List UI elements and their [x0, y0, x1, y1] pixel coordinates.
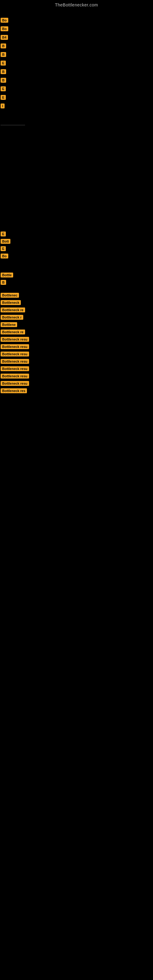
badge-bottleneck-resu-6: Bottleneck resu [1, 374, 29, 379]
badge-b4: B4 [1, 35, 8, 40]
chart-area: Bo Bo B4 B B E B B E E I [0, 9, 153, 223]
badge-bo-bottom: Bo [1, 254, 8, 258]
badge-bottlene: Bottlene [1, 322, 17, 327]
badge-bottleneck-resu-1: Bottleneck resu [1, 337, 29, 342]
badge-e-3: E [1, 95, 6, 100]
badge-b-3: B [1, 69, 6, 74]
badge-bottleneck-resu-5: Bottleneck resu [1, 366, 29, 371]
badge-bottleneck-r: Bottleneck r [1, 315, 23, 320]
badge-bottleneck-resu-2: Bottleneck resu [1, 344, 29, 349]
badge-bottlenec: Bottlenec [1, 293, 19, 298]
badge-e-1: E [1, 60, 6, 65]
badge-bottleneck: Bottleneck [1, 300, 21, 305]
badge-bo-2: Bo [1, 26, 8, 31]
badge-bott: Bott [1, 239, 10, 244]
spacer-1 [0, 261, 153, 270]
chart-line [1, 125, 25, 125]
badge-b-1: B [1, 43, 6, 48]
badge-bottleneck-resu-7: Bottleneck resu [1, 381, 29, 386]
badge-b-bottom: B [1, 280, 6, 285]
badge-i: I [1, 103, 5, 108]
badge-e-2: E [1, 86, 6, 91]
badge-bottleneck-res: Bottleneck res [1, 388, 27, 393]
page-container: TheBottlenecker.com Bo Bo B4 B B E B B E… [0, 0, 153, 980]
badge-b-4: B [1, 78, 6, 83]
badge-e-2-bottom: E [1, 246, 6, 251]
badge-e-bottom: E [1, 232, 6, 236]
spacer-2 [0, 287, 153, 290]
badge-bottleneck-re-2: Bottleneck re [1, 329, 25, 334]
site-title: TheBottlenecker.com [0, 0, 153, 9]
badge-bottleneck-resu-3: Bottleneck resu [1, 352, 29, 356]
badge-b-2: B [1, 52, 6, 57]
badge-bottleneck-resu-4: Bottleneck resu [1, 359, 29, 364]
badge-bottle: Bottle [1, 272, 13, 277]
bottom-area: E Bott E Bo Bottle B Bottlenec Bottlenec… [0, 223, 153, 393]
badge-bo-1: Bo [1, 18, 8, 23]
badge-bottleneck-re-1: Bottleneck re [1, 307, 25, 312]
